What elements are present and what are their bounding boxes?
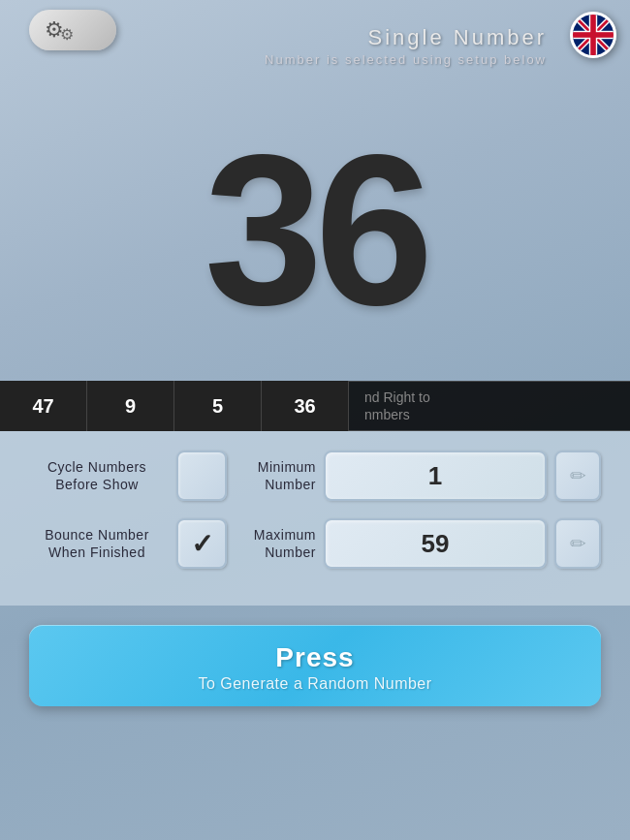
press-main-label: Press — [48, 642, 582, 673]
number-display: 36 — [0, 71, 630, 381]
title-area: Single Number Number is selected using s… — [265, 10, 614, 67]
maximum-edit-button[interactable]: ✏ — [554, 518, 601, 569]
history-item-2: 9 — [87, 381, 174, 431]
cycle-numbers-checkbox[interactable] — [176, 451, 227, 501]
subtitle: Number is selected using setup below — [265, 52, 547, 67]
bounce-number-checkbox[interactable]: ✓ — [176, 518, 227, 569]
minimum-label: MinimumNumber — [238, 458, 316, 493]
minimum-group: MinimumNumber 1 ✏ — [238, 451, 601, 501]
cycle-numbers-label: Cycle NumbersBefore Show — [29, 458, 165, 493]
bounce-number-label: Bounce NumberWhen Finished — [29, 526, 165, 561]
bounce-number-row: Bounce NumberWhen Finished ✓ MaximumNumb… — [29, 518, 601, 569]
settings-panel: Cycle NumbersBefore Show MinimumNumber 1… — [0, 431, 630, 606]
pencil-icon-1: ✏ — [570, 464, 586, 487]
history-item-4: 36 — [262, 381, 349, 431]
top-bar: ⚙ ⚙ Single Number Number is selected usi… — [0, 0, 630, 71]
minimum-edit-button[interactable]: ✏ — [554, 451, 601, 501]
svg-rect-8 — [573, 32, 614, 38]
maximum-label: MaximumNumber — [238, 526, 316, 561]
history-item-3: 5 — [174, 381, 262, 431]
settings-pill[interactable]: ⚙ ⚙ — [29, 10, 116, 50]
minimum-value[interactable]: 1 — [324, 451, 547, 501]
cycle-numbers-row: Cycle NumbersBefore Show MinimumNumber 1… — [29, 451, 601, 501]
flag-button[interactable] — [570, 12, 616, 58]
pencil-icon-2: ✏ — [570, 532, 586, 555]
page-title: Single Number — [265, 25, 547, 50]
gear-small-icon: ⚙ — [60, 25, 74, 44]
generate-button[interactable]: Press To Generate a Random Number — [29, 625, 601, 706]
press-button-container: Press To Generate a Random Number — [0, 606, 630, 735]
maximum-value[interactable]: 59 — [324, 518, 547, 569]
press-sub-label: To Generate a Random Number — [48, 675, 582, 693]
history-item-1: 47 — [0, 381, 87, 431]
history-bar: 47 9 5 36 nd Right tonmbers — [0, 381, 630, 431]
history-hint: nd Right tonmbers — [349, 389, 630, 423]
checkmark-icon: ✓ — [191, 528, 213, 560]
maximum-group: MaximumNumber 59 ✏ — [238, 518, 601, 569]
current-number: 36 — [205, 124, 426, 337]
